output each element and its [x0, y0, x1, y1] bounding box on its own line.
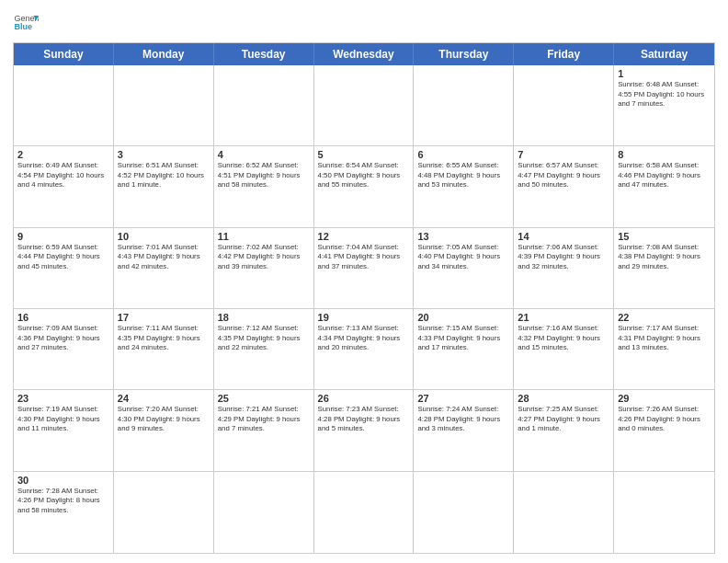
weekday-header-wednesday: Wednesday: [314, 43, 415, 65]
day-info: Sunrise: 7:17 AM Sunset: 4:31 PM Dayligh…: [618, 324, 711, 353]
header: General Blue: [13, 9, 715, 35]
calendar-cell: 2Sunrise: 6:49 AM Sunset: 4:54 PM Daylig…: [14, 146, 114, 226]
calendar-cell: 1Sunrise: 6:48 AM Sunset: 4:55 PM Daylig…: [614, 65, 714, 145]
day-number: 27: [417, 393, 509, 404]
calendar-cell: [514, 65, 614, 145]
calendar-cell: [514, 472, 614, 553]
weekday-header-sunday: Sunday: [14, 43, 114, 65]
calendar-cell: [614, 472, 714, 553]
day-number: 20: [417, 312, 509, 323]
day-info: Sunrise: 6:59 AM Sunset: 4:44 PM Dayligh…: [17, 243, 109, 272]
day-info: Sunrise: 6:51 AM Sunset: 4:52 PM Dayligh…: [118, 161, 210, 190]
day-info: Sunrise: 6:57 AM Sunset: 4:47 PM Dayligh…: [518, 161, 609, 190]
calendar-cell: 11Sunrise: 7:02 AM Sunset: 4:42 PM Dayli…: [214, 228, 314, 308]
calendar-cell: [114, 65, 214, 145]
day-info: Sunrise: 7:01 AM Sunset: 4:43 PM Dayligh…: [118, 243, 210, 272]
day-info: Sunrise: 7:13 AM Sunset: 4:34 PM Dayligh…: [318, 324, 410, 353]
day-info: Sunrise: 7:15 AM Sunset: 4:33 PM Dayligh…: [417, 324, 509, 353]
calendar-cell: 6Sunrise: 6:55 AM Sunset: 4:48 PM Daylig…: [414, 146, 514, 226]
day-info: Sunrise: 7:23 AM Sunset: 4:28 PM Dayligh…: [318, 405, 410, 434]
svg-text:Blue: Blue: [14, 22, 32, 31]
day-number: 16: [17, 312, 109, 323]
calendar-week-4: 23Sunrise: 7:19 AM Sunset: 4:30 PM Dayli…: [14, 390, 714, 471]
calendar-cell: 24Sunrise: 7:20 AM Sunset: 4:30 PM Dayli…: [114, 390, 214, 470]
calendar-cell: 27Sunrise: 7:24 AM Sunset: 4:28 PM Dayli…: [414, 390, 514, 470]
day-info: Sunrise: 7:04 AM Sunset: 4:41 PM Dayligh…: [318, 243, 410, 272]
day-number: 25: [218, 393, 310, 404]
day-number: 8: [618, 149, 711, 160]
day-number: 2: [17, 149, 109, 160]
day-number: 30: [17, 475, 109, 486]
calendar-cell: 8Sunrise: 6:58 AM Sunset: 4:46 PM Daylig…: [614, 146, 714, 226]
calendar-week-1: 2Sunrise: 6:49 AM Sunset: 4:54 PM Daylig…: [14, 146, 714, 227]
day-number: 19: [318, 312, 410, 323]
day-info: Sunrise: 7:28 AM Sunset: 4:26 PM Dayligh…: [17, 487, 109, 516]
calendar-cell: 19Sunrise: 7:13 AM Sunset: 4:34 PM Dayli…: [314, 309, 415, 389]
calendar-cell: 26Sunrise: 7:23 AM Sunset: 4:28 PM Dayli…: [314, 390, 415, 470]
day-number: 7: [518, 149, 609, 160]
day-number: 6: [417, 149, 509, 160]
day-number: 1: [618, 68, 711, 79]
day-info: Sunrise: 7:02 AM Sunset: 4:42 PM Dayligh…: [218, 243, 310, 272]
calendar-cell: 30Sunrise: 7:28 AM Sunset: 4:26 PM Dayli…: [14, 472, 114, 553]
day-number: 15: [618, 231, 711, 242]
calendar-cell: 28Sunrise: 7:25 AM Sunset: 4:27 PM Dayli…: [514, 390, 614, 470]
day-number: 9: [17, 231, 109, 242]
day-info: Sunrise: 6:58 AM Sunset: 4:46 PM Dayligh…: [618, 161, 711, 190]
calendar-cell: [314, 472, 415, 553]
calendar-cell: 20Sunrise: 7:15 AM Sunset: 4:33 PM Dayli…: [414, 309, 514, 389]
day-info: Sunrise: 7:19 AM Sunset: 4:30 PM Dayligh…: [17, 405, 109, 434]
day-number: 17: [118, 312, 210, 323]
day-number: 13: [417, 231, 509, 242]
day-number: 23: [17, 393, 109, 404]
day-info: Sunrise: 6:55 AM Sunset: 4:48 PM Dayligh…: [417, 161, 509, 190]
calendar-cell: 16Sunrise: 7:09 AM Sunset: 4:36 PM Dayli…: [14, 309, 114, 389]
day-number: 29: [618, 393, 711, 404]
day-info: Sunrise: 6:49 AM Sunset: 4:54 PM Dayligh…: [17, 161, 109, 190]
calendar-cell: 14Sunrise: 7:06 AM Sunset: 4:39 PM Dayli…: [514, 228, 614, 308]
day-info: Sunrise: 7:26 AM Sunset: 4:26 PM Dayligh…: [618, 405, 711, 434]
calendar-cell: 3Sunrise: 6:51 AM Sunset: 4:52 PM Daylig…: [114, 146, 214, 226]
calendar-cell: [314, 65, 415, 145]
calendar-week-0: 1Sunrise: 6:48 AM Sunset: 4:55 PM Daylig…: [14, 65, 714, 146]
calendar-cell: 4Sunrise: 6:52 AM Sunset: 4:51 PM Daylig…: [214, 146, 314, 226]
calendar-cell: 5Sunrise: 6:54 AM Sunset: 4:50 PM Daylig…: [314, 146, 415, 226]
day-info: Sunrise: 6:52 AM Sunset: 4:51 PM Dayligh…: [218, 161, 310, 190]
calendar-cell: 22Sunrise: 7:17 AM Sunset: 4:31 PM Dayli…: [614, 309, 714, 389]
day-number: 4: [218, 149, 310, 160]
page: General Blue SundayMondayTuesdayWednesda…: [0, 0, 728, 563]
day-info: Sunrise: 6:48 AM Sunset: 4:55 PM Dayligh…: [618, 80, 711, 109]
weekday-header-saturday: Saturday: [614, 43, 714, 65]
day-info: Sunrise: 7:05 AM Sunset: 4:40 PM Dayligh…: [417, 243, 509, 272]
calendar-cell: 15Sunrise: 7:08 AM Sunset: 4:38 PM Dayli…: [614, 228, 714, 308]
day-info: Sunrise: 7:12 AM Sunset: 4:35 PM Dayligh…: [218, 324, 310, 353]
day-number: 12: [318, 231, 410, 242]
calendar-week-3: 16Sunrise: 7:09 AM Sunset: 4:36 PM Dayli…: [14, 309, 714, 390]
day-number: 28: [518, 393, 609, 404]
calendar-week-5: 30Sunrise: 7:28 AM Sunset: 4:26 PM Dayli…: [14, 472, 714, 553]
day-info: Sunrise: 7:24 AM Sunset: 4:28 PM Dayligh…: [417, 405, 509, 434]
calendar-cell: 12Sunrise: 7:04 AM Sunset: 4:41 PM Dayli…: [314, 228, 415, 308]
day-number: 26: [318, 393, 410, 404]
calendar-cell: 9Sunrise: 6:59 AM Sunset: 4:44 PM Daylig…: [14, 228, 114, 308]
calendar-cell: [414, 472, 514, 553]
calendar-header: SundayMondayTuesdayWednesdayThursdayFrid…: [14, 43, 714, 65]
calendar-cell: 23Sunrise: 7:19 AM Sunset: 4:30 PM Dayli…: [14, 390, 114, 470]
day-number: 14: [518, 231, 609, 242]
day-info: Sunrise: 7:16 AM Sunset: 4:32 PM Dayligh…: [518, 324, 609, 353]
logo: General Blue: [13, 9, 42, 35]
logo-icon: General Blue: [13, 9, 39, 35]
day-number: 10: [118, 231, 210, 242]
calendar: SundayMondayTuesdayWednesdayThursdayFrid…: [13, 42, 715, 554]
day-number: 18: [218, 312, 310, 323]
day-info: Sunrise: 7:06 AM Sunset: 4:39 PM Dayligh…: [518, 243, 609, 272]
weekday-header-thursday: Thursday: [414, 43, 514, 65]
weekday-header-tuesday: Tuesday: [214, 43, 314, 65]
calendar-cell: [214, 65, 314, 145]
day-info: Sunrise: 7:11 AM Sunset: 4:35 PM Dayligh…: [118, 324, 210, 353]
calendar-cell: [114, 472, 214, 553]
day-number: 21: [518, 312, 609, 323]
calendar-cell: 10Sunrise: 7:01 AM Sunset: 4:43 PM Dayli…: [114, 228, 214, 308]
day-number: 3: [118, 149, 210, 160]
day-number: 24: [118, 393, 210, 404]
